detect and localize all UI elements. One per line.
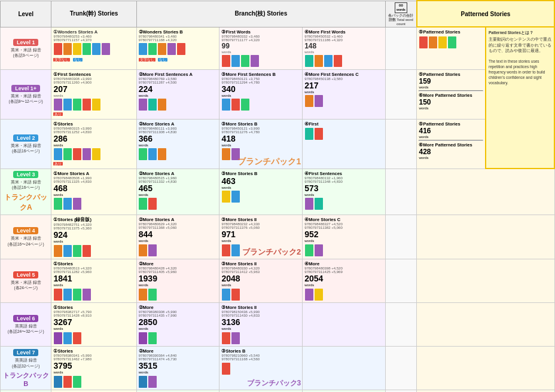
branch-l2-1-words: 366: [139, 134, 218, 143]
branch-l2-1-title: ②More Stories A: [139, 121, 218, 127]
trunk-l7: ①Stories 9780798380341 +5,99097807973114…: [51, 347, 136, 390]
book-icon: [148, 376, 157, 388]
trunk-l1p-words-lbl: words: [53, 94, 134, 97]
branch-l3-3-isbn: 9780798480132 +1,9609780797311348 +4,830: [304, 176, 383, 183]
branch-l3-1-title: ②More Stories A: [139, 171, 218, 176]
book-icon: [54, 43, 62, 55]
branch-l4-2-isbn: 9780798480232 +4,3309780797311376 +5,060: [221, 222, 300, 229]
branch-l5-1-lbl: words: [139, 283, 218, 287]
trunk-l5-isbn: 9780798480513 +4,3209780797311282 +5,960: [53, 267, 134, 274]
total-header: 00words 各パックの合計語数 Total word count: [385, 1, 417, 27]
level-1p-badge: Level 1+: [11, 85, 40, 92]
book-icon: [139, 198, 147, 210]
branch-l2-2-words: 418: [221, 134, 300, 143]
patterned-info-desc2: The text in these stories uses repetitio…: [489, 59, 551, 85]
badge-l2: あり: [53, 162, 63, 166]
trunk-l3-words: 468: [53, 183, 134, 193]
level-6-info: 英英語 録音(各話24〜32ページ): [2, 323, 49, 334]
book-icon: [73, 376, 81, 388]
branch-l3-2: ③More Stories B 463 words: [219, 169, 303, 215]
level-2-cell: Level 2 英米・米語 録音(各話16ページ): [1, 119, 51, 169]
book-icon: [222, 191, 230, 203]
book-icon: [73, 245, 81, 257]
trunk-l1p-words: 207: [53, 84, 134, 94]
level-1-info: 英米・米語 録音(各話9ページ): [2, 47, 49, 58]
book-icon: [102, 43, 110, 55]
badge-nashi2: なし: [158, 58, 167, 62]
branch-l1p-2-title: ③More First Sentences B: [221, 72, 300, 77]
branch-l8-1: ②More Stories A 9780798480777 +4,8609780…: [136, 390, 219, 392]
patterned-l1p-lbl2: words: [419, 106, 483, 110]
patterned-l2-w2: 428: [419, 148, 483, 156]
book-icon: [222, 289, 230, 301]
branch-l4-3-lbl: words: [304, 239, 383, 243]
branch-l7-1: ②More 9780798390364 +4,8409780797311474 …: [136, 347, 219, 390]
book-icon: [222, 363, 230, 375]
branch-l7-1-lbl: words: [139, 370, 218, 374]
book-icon: [148, 332, 157, 344]
branch-l6-3: [303, 303, 386, 347]
branch-l1-2-words-label: words: [221, 50, 300, 54]
book-icon: [419, 36, 428, 48]
branch-l1-3: ④More First Words 9780798450532 +3,46097…: [303, 27, 386, 69]
patterned-l1p-title: ⑤Patterned Stories: [419, 72, 483, 77]
trunk-l5-words: 1841: [53, 274, 134, 283]
book-icon: [222, 55, 230, 67]
patterned-l2-w1: 416: [419, 127, 483, 135]
branch-l1p-1-isbn: 9780798480769 +3,5809780797311287 +4,500: [139, 77, 218, 84]
branch-l2-1: ②More Stories A 9780798480111 +3,9939780…: [136, 119, 219, 169]
book-icon: [305, 55, 313, 67]
branch-l7-1-words: 3515: [139, 361, 218, 370]
patterned-l5: [417, 259, 554, 303]
book-icon: [158, 43, 166, 55]
patterned-l1-1: ⑤Patterned Stories: [417, 27, 486, 69]
patterned-l2-title2: ⑥More Patterned Stories: [419, 142, 483, 148]
branch-l3-3-words: 573: [304, 183, 383, 193]
badge-no-text2: 文字なし: [139, 58, 155, 62]
trunk-l1p-isbn: 9780798480308 +3,9909780797311260 +4,900: [53, 77, 134, 84]
book-icon: [251, 55, 259, 67]
book-icon: [429, 36, 437, 48]
book-icon: [54, 198, 62, 210]
branch-l7-1-title: ②More: [139, 348, 218, 354]
branch-l4-1-words: 844: [139, 229, 218, 239]
level-6-cell: Level 6 英英語 録音(各話24〜32ページ): [1, 303, 51, 347]
patterned-l1p-title2: ⑥More Patterned Stories: [419, 93, 483, 98]
trunk-l5: ①Stories 9780798480513 +4,32097807973112…: [51, 259, 136, 303]
trunk-l2-isbn: 9780798480315 +3,9909780797311252 +4,830: [53, 127, 134, 134]
branch-l3-3: ④First Sentences 9780798480132 +1,960978…: [303, 169, 386, 215]
level-3-info: 英米・米語 録音(各話16ページ): [2, 179, 49, 190]
branch-l5-3-title: ④More: [304, 261, 383, 267]
branch-l4-2-words: 971: [221, 229, 300, 239]
branch-l1p-2-lbl: words: [221, 94, 300, 97]
branch-l1-1-isbn: 9780798480341 +3,4609780797711168 +4,320: [139, 35, 218, 42]
branch-pack-2-label: ブランチパック2: [242, 247, 301, 258]
total-l6: [385, 303, 417, 347]
book-icon: [73, 198, 81, 210]
trunk-l5-title: ①Stories: [53, 261, 134, 267]
level-2-badge: Level 2: [13, 134, 39, 142]
trunk-l6-words: 3267: [53, 317, 134, 327]
branch-l3-1: ②More Stories A 9780798480515 +1,9609780…: [136, 169, 219, 215]
branch-l1p-2-words: 340: [221, 84, 300, 94]
trunk-l1p: ①First Sentences 9780798480308 +3,990978…: [51, 69, 136, 119]
branch-l2-1-lbl: words: [139, 143, 218, 147]
trunk-l4-title: ①Stories (録音版): [53, 217, 134, 223]
book-icon: [73, 99, 81, 111]
book-icon: [54, 332, 62, 344]
branch-l1-2-isbn: 9780798480332 +3,4609780797711177 +4,320: [221, 35, 300, 42]
branch-l4-1-lbl: words: [139, 239, 218, 243]
book-icon: [139, 332, 147, 344]
trunk-l4-lbl: words: [53, 240, 134, 243]
trunk-l2: ①Stories 9780798480315 +3,99097807973112…: [51, 119, 136, 169]
book-icon: [448, 36, 456, 48]
patterned-l2-lbl1: words: [419, 135, 483, 139]
patterned-l6: [417, 303, 554, 347]
badge-nashi: なし: [73, 58, 83, 62]
book-icon: [139, 289, 147, 301]
book-icon: [63, 245, 72, 257]
level-1p-info: 英米・米語 録音(各話8〜12ページ): [2, 93, 49, 104]
trunk-l3-title: ①More Stories A: [53, 171, 134, 176]
book-icon: [241, 99, 249, 111]
patterned-desc-cell: Patterned Storiesとは？ 主要動詞のセンテンスの中で重点的に繰り…: [486, 27, 554, 169]
